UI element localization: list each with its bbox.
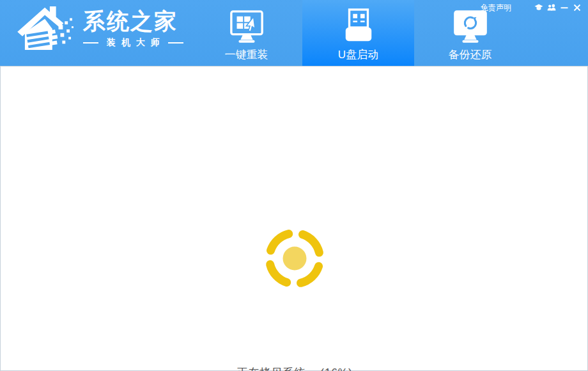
yellow-spinner-icon: [256, 220, 333, 297]
tab-label: 备份还原: [449, 49, 492, 61]
window-topbar: 免责声明: [481, 3, 582, 13]
minimize-button[interactable]: [559, 3, 569, 13]
monitor-restore-icon: [451, 8, 490, 45]
content-area: 正在拷贝系统... (16%): [0, 66, 588, 371]
service-cap-icon[interactable]: [534, 3, 543, 13]
close-icon: [573, 3, 582, 12]
close-button[interactable]: [572, 3, 582, 13]
status-text: 正在拷贝系统... (16%): [1, 365, 588, 371]
tab-label: U盘启动: [338, 49, 378, 61]
app-subtitle-text: 装机大师: [107, 37, 166, 49]
logo-text-block: 系统之家 装机大师: [83, 8, 183, 49]
divider-line: [83, 42, 98, 43]
house-logo-icon: [15, 4, 79, 52]
tab-label: 一键重装: [225, 49, 268, 61]
app-window: 系统之家 装机大师: [0, 0, 588, 371]
minimize-icon: [560, 3, 569, 12]
user-group-icon[interactable]: [546, 3, 556, 13]
app-header: 系统之家 装机大师: [0, 0, 588, 66]
main-tabs: 一键重装 U盘启动: [190, 0, 526, 66]
tab-onekey-reinstall[interactable]: 一键重装: [190, 0, 302, 66]
disclaimer-link[interactable]: 免责声明: [481, 3, 511, 13]
app-title: 系统之家: [83, 8, 183, 34]
tab-usb-boot[interactable]: U盘启动: [302, 0, 414, 66]
monitor-windows-cursor-icon: [227, 8, 267, 45]
app-subtitle: 装机大师: [83, 37, 183, 49]
app-logo: 系统之家 装机大师: [15, 4, 183, 52]
divider-line: [168, 42, 183, 43]
usb-drive-icon: [341, 8, 376, 45]
